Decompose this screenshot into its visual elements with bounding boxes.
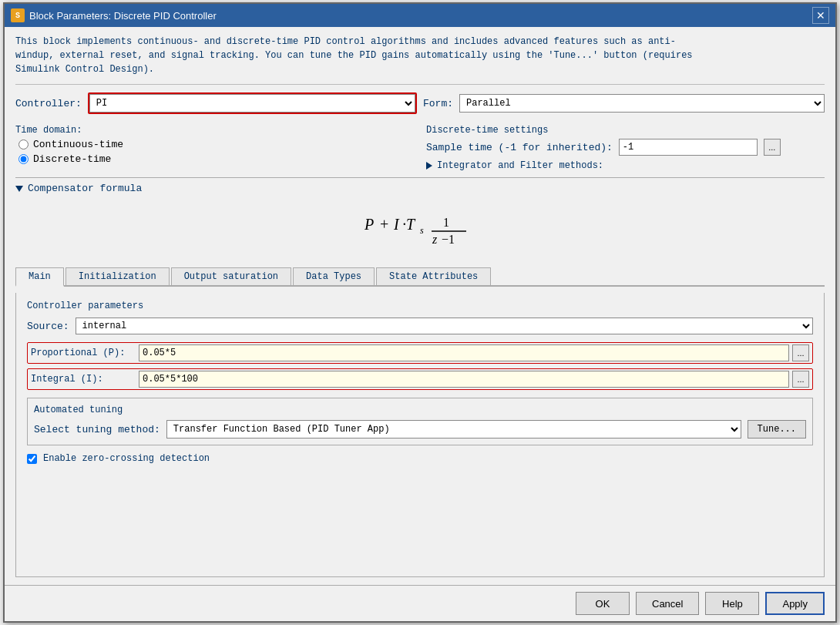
automated-tuning-title: Automated tuning bbox=[34, 405, 806, 415]
controller-section: Controller: PI PID P I PD bbox=[15, 92, 417, 114]
discrete-settings-title: Discrete-time settings bbox=[426, 125, 825, 136]
integral-ellipsis[interactable]: ... bbox=[792, 371, 809, 388]
controller-form-row: Controller: PI PID P I PD Form: Parallel… bbox=[15, 92, 825, 114]
continuous-time-option[interactable]: Continuous-time bbox=[18, 139, 414, 150]
tune-button[interactable]: Tune... bbox=[748, 420, 806, 439]
form-section: Form: Parallel Ideal bbox=[423, 94, 825, 113]
compensator-section: Compensator formula P + I ·T s 1 z −1 bbox=[15, 177, 825, 258]
zero-crossing-checkbox[interactable] bbox=[27, 454, 37, 464]
discrete-time-radio[interactable] bbox=[18, 154, 29, 164]
content-area: This block implements continuous- and di… bbox=[5, 27, 835, 585]
footer: OK Cancel Help Apply bbox=[5, 585, 835, 621]
discrete-time-label: Discrete-time bbox=[33, 153, 111, 165]
continuous-time-label: Continuous-time bbox=[33, 139, 123, 150]
zero-crossing-row: Enable zero-crossing detection bbox=[27, 453, 813, 464]
tab-state-attributes[interactable]: State Attributes bbox=[376, 267, 491, 285]
formula-svg: P + I ·T s 1 z −1 bbox=[358, 208, 482, 250]
close-button[interactable]: ✕ bbox=[812, 7, 829, 24]
proportional-label: Proportional (P): bbox=[31, 348, 139, 358]
controller-select[interactable]: PI PID P I PD bbox=[89, 94, 415, 113]
integrator-row: Integrator and Filter methods: bbox=[426, 160, 825, 171]
form-select[interactable]: Parallel Ideal bbox=[459, 94, 825, 113]
time-domain-radio-group: Continuous-time Discrete-time bbox=[15, 139, 414, 165]
source-row: Source: internal external bbox=[27, 318, 813, 334]
integral-row: Integral (I): ... bbox=[27, 368, 813, 390]
svg-text:P: P bbox=[364, 216, 374, 233]
svg-text:z: z bbox=[432, 233, 438, 246]
tab-main[interactable]: Main bbox=[15, 267, 64, 287]
integrator-expand-icon[interactable] bbox=[426, 162, 432, 170]
apply-button[interactable]: Apply bbox=[765, 592, 825, 615]
form-label: Form: bbox=[423, 98, 453, 109]
svg-text:I: I bbox=[393, 216, 400, 233]
integral-input[interactable] bbox=[139, 371, 789, 388]
svg-text:·T: ·T bbox=[402, 216, 416, 233]
compensator-title: Compensator formula bbox=[28, 183, 142, 194]
tab-initialization[interactable]: Initialization bbox=[66, 267, 170, 285]
proportional-input[interactable] bbox=[139, 344, 789, 361]
integrator-label: Integrator and Filter methods: bbox=[437, 160, 603, 171]
tuning-method-label: Select tuning method: bbox=[34, 424, 160, 435]
svg-text:s: s bbox=[420, 225, 424, 236]
help-button[interactable]: Help bbox=[705, 592, 759, 615]
titlebar-left: S Block Parameters: Discrete PID Control… bbox=[11, 8, 217, 22]
continuous-time-radio[interactable] bbox=[18, 139, 29, 150]
formula-display: P + I ·T s 1 z −1 bbox=[15, 200, 825, 258]
proportional-ellipsis[interactable]: ... bbox=[792, 344, 809, 361]
description-text: This block implements continuous- and di… bbox=[15, 35, 825, 76]
controller-label: Controller: bbox=[15, 98, 82, 109]
compensator-header: Compensator formula bbox=[15, 183, 825, 194]
discrete-time-option[interactable]: Discrete-time bbox=[18, 153, 414, 165]
automated-tuning-section: Automated tuning Select tuning method: T… bbox=[27, 398, 813, 445]
cancel-button[interactable]: Cancel bbox=[636, 592, 699, 615]
window-title: Block Parameters: Discrete PID Controlle… bbox=[29, 10, 217, 22]
tab-output-saturation[interactable]: Output saturation bbox=[171, 267, 291, 285]
time-domain-section: Time domain: Continuous-time Discrete-ti… bbox=[15, 125, 825, 171]
compensator-expand-icon[interactable] bbox=[15, 186, 23, 192]
main-window: S Block Parameters: Discrete PID Control… bbox=[3, 2, 837, 623]
titlebar: S Block Parameters: Discrete PID Control… bbox=[5, 4, 835, 27]
svg-text:+: + bbox=[380, 216, 388, 233]
sample-time-label: Sample time (-1 for inherited): bbox=[426, 142, 613, 153]
tuning-method-row: Select tuning method: Transfer Function … bbox=[34, 420, 806, 439]
sample-time-ellipsis[interactable]: ... bbox=[764, 139, 781, 156]
app-icon: S bbox=[11, 8, 25, 22]
main-tab-content: Controller parameters Source: internal e… bbox=[15, 293, 825, 577]
time-domain-left: Time domain: Continuous-time Discrete-ti… bbox=[15, 125, 414, 165]
discrete-settings-section: Discrete-time settings Sample time (-1 f… bbox=[426, 125, 825, 171]
ok-button[interactable]: OK bbox=[576, 592, 630, 615]
integral-label: Integral (I): bbox=[31, 374, 139, 385]
proportional-row: Proportional (P): ... bbox=[27, 342, 813, 364]
tab-data-types[interactable]: Data Types bbox=[293, 267, 375, 285]
time-domain-label: Time domain: bbox=[15, 125, 414, 136]
tuning-method-select[interactable]: Transfer Function Based (PID Tuner App) … bbox=[166, 420, 741, 439]
zero-crossing-label: Enable zero-crossing detection bbox=[43, 453, 210, 464]
tabs-container: Main Initialization Output saturation Da… bbox=[15, 267, 825, 287]
controller-params-title: Controller parameters bbox=[27, 301, 813, 311]
source-label: Source: bbox=[27, 321, 69, 332]
svg-text:−1: −1 bbox=[442, 233, 455, 246]
sample-time-input[interactable] bbox=[619, 139, 758, 156]
svg-text:1: 1 bbox=[443, 216, 449, 229]
sample-time-row: Sample time (-1 for inherited): ... bbox=[426, 139, 825, 156]
source-select[interactable]: internal external bbox=[76, 318, 813, 334]
